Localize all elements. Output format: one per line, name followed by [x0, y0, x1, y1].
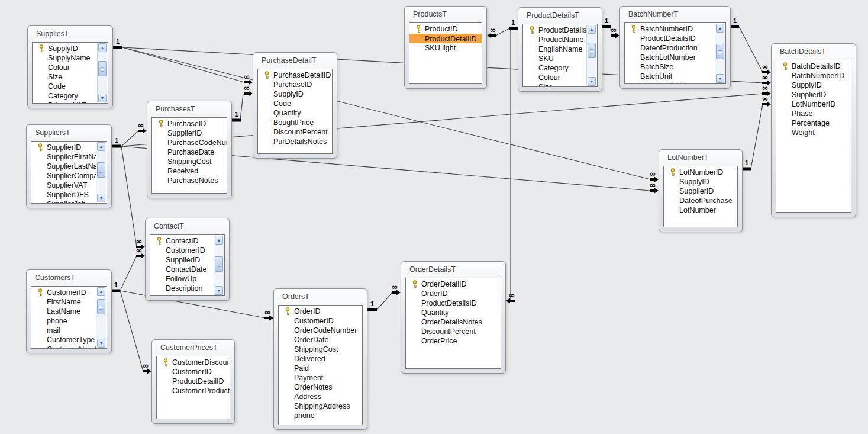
field-row-LastName[interactable]: LastName: [31, 307, 96, 316]
field-row-ProductDetailID[interactable]: ProductDetailID: [409, 34, 482, 43]
field-row-ContactID[interactable]: ContactID: [150, 236, 214, 246]
field-row-SupplierLastNar[interactable]: SupplierLastNar: [31, 162, 96, 171]
field-row-BatchDetailsID[interactable]: BatchDetailsID: [776, 62, 851, 71]
field-row-CustomerNumb[interactable]: CustomerNumb: [31, 345, 96, 349]
scrollbar-thumb[interactable]: [98, 61, 107, 76]
field-row-BatchUnit[interactable]: BatchUnit: [625, 72, 715, 81]
scroll-down-button[interactable]: ▼: [97, 194, 105, 202]
field-row-Colour[interactable]: Colour: [523, 73, 587, 82]
scroll-up-button[interactable]: ▲: [716, 24, 724, 33]
field-row-SupplyID[interactable]: SupplyID: [33, 44, 98, 53]
field-row-OrderDetailID[interactable]: OrderDetailID: [406, 279, 501, 289]
field-row-ProductDetailsID[interactable]: ProductDetailsID: [523, 25, 587, 35]
table-title[interactable]: OrdersT: [274, 289, 367, 304]
scrollbar-thumb[interactable]: [97, 299, 105, 314]
field-row-Code[interactable]: Code: [258, 99, 332, 108]
table-title[interactable]: PurchasesT: [147, 101, 231, 117]
field-row-ProductDetailsID[interactable]: ProductDetailsID: [406, 298, 501, 308]
field-row-OrderCodeNumber[interactable]: OrderCodeNumber: [279, 326, 362, 335]
relationship-line[interactable]: [739, 27, 763, 72]
field-row-SupplierID[interactable]: SupplierID: [776, 90, 851, 99]
vertical-scrollbar[interactable]: ▲▼: [96, 142, 106, 202]
field-row-OrderDate[interactable]: OrderDate: [279, 335, 362, 345]
table-title[interactable]: ProductDetailsT: [518, 8, 602, 23]
relationship-line[interactable]: [122, 47, 244, 82]
field-row-Phase[interactable]: Phase: [776, 109, 851, 118]
scroll-up-button[interactable]: ▲: [98, 43, 107, 52]
field-row-ShippingCost[interactable]: ShippingCost: [279, 345, 362, 354]
field-row-SupplyID[interactable]: SupplyID: [664, 177, 737, 187]
table-window-SuppliesT[interactable]: SuppliesTSupplyIDSupplyNameColourSizeCod…: [27, 25, 113, 108]
field-row-BatchNumberID[interactable]: BatchNumberID: [776, 71, 851, 81]
field-row-DateofPurchase[interactable]: DateofPurchase: [664, 196, 737, 205]
field-row-LotNumberID[interactable]: LotNumberID: [664, 168, 737, 177]
field-row-FirstName[interactable]: FirstName: [31, 297, 96, 307]
field-row-Quantity[interactable]: Quantity: [406, 308, 501, 317]
field-row-Category[interactable]: Category: [523, 63, 587, 73]
field-row-DiscountPercent[interactable]: DiscountPercent: [406, 327, 501, 336]
table-title[interactable]: SuppliersT: [27, 125, 111, 140]
scroll-up-button[interactable]: ▲: [97, 287, 105, 296]
relationship-PurchasesT-PurchaseDetailT[interactable]: 1∞: [232, 83, 253, 120]
field-row-OrderID[interactable]: OrderID: [279, 307, 362, 316]
relationship-BatchNumberT-BatchDetailsT[interactable]: 1∞: [731, 17, 771, 75]
relationship-line[interactable]: [121, 131, 138, 146]
relationship-line[interactable]: [121, 146, 137, 247]
table-window-OrdersT[interactable]: OrdersTOrderIDCustomerIDOrderCodeNumberO…: [273, 288, 367, 430]
vertical-scrollbar[interactable]: ▲▼: [214, 236, 224, 295]
field-row-SupplyName[interactable]: SupplyName: [33, 53, 98, 63]
vertical-scrollbar[interactable]: ▲▼: [586, 25, 596, 86]
table-window-PurchaseDetailT[interactable]: PurchaseDetailTPurchaseDetailIDPurchaseI…: [253, 52, 337, 159]
field-row-CustomerType[interactable]: CustomerType: [31, 335, 96, 345]
relationship-CustomersT-CustomerPricesT[interactable]: ∞: [120, 291, 151, 374]
scroll-up-button[interactable]: ▲: [588, 25, 596, 34]
field-row-PurDetailsNotes[interactable]: PurDetailsNotes: [258, 137, 332, 146]
table-window-ProductsT[interactable]: ProductsTProductIDProductDetailIDSKU lig…: [404, 6, 487, 89]
table-title[interactable]: CustomerPricesT: [152, 340, 234, 355]
scrollbar-thumb[interactable]: [97, 162, 105, 178]
scrollbar-thumb[interactable]: [215, 256, 223, 272]
table-window-OrderDetailsT[interactable]: OrderDetailsTOrderDetailIDOrderIDProduct…: [401, 261, 506, 374]
field-row-SKU light[interactable]: SKU light: [409, 43, 482, 53]
field-row-Delivered[interactable]: Delivered: [279, 354, 362, 364]
field-row-EnglishName[interactable]: EnglishName: [523, 44, 587, 54]
field-row-PurchaseID[interactable]: PurchaseID: [258, 80, 332, 89]
field-row-SupplierFirstNa[interactable]: SupplierFirstNa: [31, 152, 96, 162]
field-row-Weight[interactable]: Weight: [776, 128, 851, 137]
field-row-BatchSize[interactable]: BatchSize: [625, 62, 715, 72]
field-row-Payment[interactable]: Payment: [279, 373, 362, 382]
table-title[interactable]: ProductsT: [405, 7, 486, 22]
field-row-DateofProduction[interactable]: DateofProduction: [625, 43, 715, 53]
field-row-ProductDetailsID[interactable]: ProductDetailsID: [625, 34, 715, 43]
field-row-OrderID[interactable]: OrderID: [406, 289, 501, 298]
field-row-CustomerID[interactable]: CustomerID: [279, 316, 362, 326]
field-row-LotNumberID[interactable]: LotNumberID: [776, 99, 851, 109]
vertical-scrollbar[interactable]: ▲▼: [97, 43, 107, 102]
vertical-scrollbar[interactable]: ▲▼: [96, 287, 106, 348]
relationship-SuppliersT-PurchasesT[interactable]: 1∞: [112, 121, 147, 146]
relationship-line[interactable]: [120, 256, 137, 291]
scrollbar-thumb[interactable]: [588, 43, 596, 58]
field-row-phone[interactable]: phone: [279, 411, 362, 420]
field-row-SupplierID[interactable]: SupplierID: [31, 143, 96, 152]
field-row-SupplyID[interactable]: SupplyID: [258, 89, 332, 99]
table-window-ProductDetailsT[interactable]: ProductDetailsTProductDetailsIDProductNa…: [518, 7, 602, 92]
table-title[interactable]: PurchaseDetailT: [253, 53, 337, 68]
field-row-ProductID[interactable]: ProductID: [409, 24, 482, 34]
scroll-down-button[interactable]: ▼: [716, 74, 724, 83]
table-window-ContactT[interactable]: ContactTContactIDCustomerIDSupplierIDCon…: [145, 218, 230, 301]
table-title[interactable]: LotNumberT: [659, 150, 742, 165]
scroll-down-button[interactable]: ▼: [98, 94, 107, 102]
field-row-SKU[interactable]: SKU: [523, 54, 587, 63]
field-row-DiscountPercent[interactable]: DiscountPercent: [258, 127, 332, 137]
table-window-CustomerPricesT[interactable]: CustomerPricesTCustomerDiscountsCustomer…: [151, 339, 235, 424]
field-row-CustomerProductD[interactable]: CustomerProductD: [157, 386, 230, 396]
table-title[interactable]: CustomersT: [27, 270, 111, 285]
scroll-down-button[interactable]: ▼: [215, 286, 223, 295]
field-row-TotalBatchVolume[interactable]: TotalBatchVolume: [625, 81, 715, 84]
field-row-ShippingAddress[interactable]: ShippingAddress: [279, 401, 362, 411]
scroll-down-button[interactable]: ▼: [588, 77, 596, 86]
table-window-PurchasesT[interactable]: PurchasesTPurchaseIDSupplierIDPurchaseCo…: [147, 101, 232, 198]
field-row-Colour[interactable]: Colour: [33, 63, 98, 72]
table-title[interactable]: BatchDetailsT: [772, 44, 856, 59]
